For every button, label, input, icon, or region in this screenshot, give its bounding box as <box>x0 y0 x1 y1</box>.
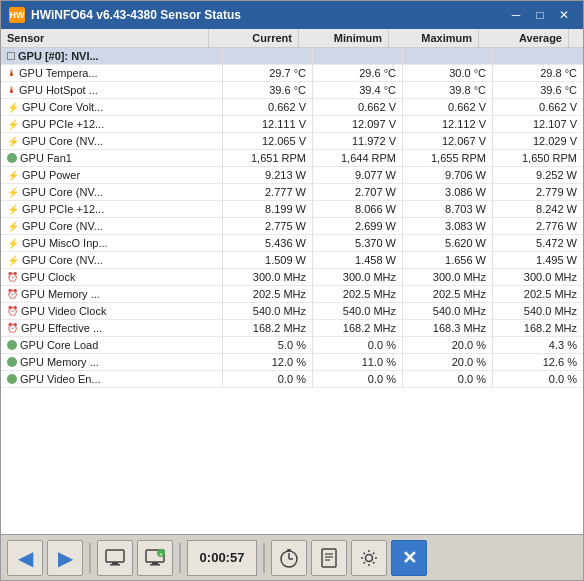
table-row[interactable]: GPU Video En...0.0 %0.0 %0.0 %0.0 % <box>1 371 583 388</box>
maximum-cell: 20.0 % <box>403 337 493 353</box>
sensor-table-container: Sensor Current Minimum Maximum Average G… <box>1 29 583 534</box>
maximum-cell: 300.0 MHz <box>403 269 493 285</box>
table-row[interactable]: ⚡GPU Core (NV...1.509 W1.458 W1.656 W1.4… <box>1 252 583 269</box>
average-cell: 12.107 V <box>493 116 583 132</box>
sensor-name-cell: 🌡GPU HotSpot ... <box>1 82 223 98</box>
sensor-name-text: GPU Core Load <box>20 339 98 351</box>
current-cell: 540.0 MHz <box>223 303 313 319</box>
sensor-name-cell: ⏰GPU Video Clock <box>1 303 223 319</box>
col-scrollbar-placeholder <box>569 29 583 47</box>
minimize-button[interactable]: ─ <box>505 6 527 24</box>
sensor-name-cell: ⚡GPU PCIe +12... <box>1 201 223 217</box>
table-row[interactable]: ⏰GPU Video Clock540.0 MHz540.0 MHz540.0 … <box>1 303 583 320</box>
sensor-name-text: GPU Clock <box>21 271 75 283</box>
maximum-cell: 39.8 °C <box>403 82 493 98</box>
maximum-cell: 168.3 MHz <box>403 320 493 336</box>
power-icon: ⚡ <box>7 102 19 113</box>
table-row[interactable]: ⚡GPU MiscO Inp...5.436 W5.370 W5.620 W5.… <box>1 235 583 252</box>
table-row[interactable]: GPU Fan11,651 RPM1,644 RPM1,655 RPM1,650… <box>1 150 583 167</box>
table-row[interactable]: ⚡GPU Core (NV...12.065 V11.972 V12.067 V… <box>1 133 583 150</box>
average-cell: 9.252 W <box>493 167 583 183</box>
sensor-name-cell: ⏰GPU Clock <box>1 269 223 285</box>
table-row[interactable]: GPU Memory ...12.0 %11.0 %20.0 %12.6 % <box>1 354 583 371</box>
current-cell: 29.7 °C <box>223 65 313 81</box>
table-row[interactable]: ⚡GPU Core (NV...2.777 W2.707 W3.086 W2.7… <box>1 184 583 201</box>
table-row[interactable]: ⚡GPU PCIe +12...8.199 W8.066 W8.703 W8.2… <box>1 201 583 218</box>
sensor-name-cell: ⏰GPU Effective ... <box>1 320 223 336</box>
maximum-cell: 3.083 W <box>403 218 493 234</box>
average-cell: 1.495 W <box>493 252 583 268</box>
svg-rect-11 <box>287 549 291 551</box>
power-icon: ⚡ <box>7 238 19 249</box>
table-row[interactable]: GPU Core Load5.0 %0.0 %20.0 %4.3 % <box>1 337 583 354</box>
current-cell: 8.199 W <box>223 201 313 217</box>
minimum-cell: 1,644 RPM <box>313 150 403 166</box>
app-icon: HW <box>9 7 25 23</box>
table-row[interactable]: 🌡GPU Tempera...29.7 °C29.6 °C30.0 °C29.8… <box>1 65 583 82</box>
table-row[interactable]: 🌡GPU HotSpot ...39.6 °C39.4 °C39.8 °C39.… <box>1 82 583 99</box>
minimum-cell: 11.972 V <box>313 133 403 149</box>
close-x-button[interactable]: ✕ <box>391 540 427 576</box>
monitor2-button[interactable]: + <box>137 540 173 576</box>
timer-icon <box>278 547 300 569</box>
clock-icon: ⏰ <box>7 272 18 282</box>
power-icon: ⚡ <box>7 204 19 215</box>
sensor-name-cell: ⚡GPU Core (NV... <box>1 133 223 149</box>
sensor-name-cell: GPU Video En... <box>1 371 223 387</box>
table-row[interactable]: GPU [#0]: NVI... <box>1 48 583 65</box>
clock-icon: ⏰ <box>7 306 18 316</box>
table-row[interactable]: ⚡GPU Core Volt...0.662 V0.662 V0.662 V0.… <box>1 99 583 116</box>
sensor-name-text: GPU Tempera... <box>19 67 98 79</box>
table-body[interactable]: GPU [#0]: NVI...🌡GPU Tempera...29.7 °C29… <box>1 48 583 534</box>
monitor-icon <box>104 547 126 569</box>
group-icon <box>7 52 15 60</box>
current-cell: 1,651 RPM <box>223 150 313 166</box>
time-display: 0:00:57 <box>187 540 257 576</box>
current-cell: 5.0 % <box>223 337 313 353</box>
svg-text:+: + <box>160 551 163 557</box>
minimum-cell: 0.662 V <box>313 99 403 115</box>
maximize-button[interactable]: □ <box>529 6 551 24</box>
sensor-name-cell: 🌡GPU Tempera... <box>1 65 223 81</box>
back-button[interactable]: ◀ <box>7 540 43 576</box>
maximum-cell: 540.0 MHz <box>403 303 493 319</box>
svg-rect-12 <box>322 549 336 567</box>
table-row[interactable]: ⏰GPU Effective ...168.2 MHz168.2 MHz168.… <box>1 320 583 337</box>
monitor2-icon: + <box>144 547 166 569</box>
sensor-name-cell: ⚡GPU MiscO Inp... <box>1 235 223 251</box>
toolbar-separator-3 <box>263 543 265 573</box>
sensor-name-cell: ⚡GPU PCIe +12... <box>1 116 223 132</box>
title-bar-controls: ─ □ ✕ <box>505 6 575 24</box>
table-row[interactable]: ⚡GPU Power9.213 W9.077 W9.706 W9.252 W <box>1 167 583 184</box>
forward-button[interactable]: ▶ <box>47 540 83 576</box>
table-row[interactable]: ⚡GPU Core (NV...2.775 W2.699 W3.083 W2.7… <box>1 218 583 235</box>
table-row[interactable]: ⏰GPU Clock300.0 MHz300.0 MHz300.0 MHz300… <box>1 269 583 286</box>
current-cell: 12.065 V <box>223 133 313 149</box>
minimum-cell: 39.4 °C <box>313 82 403 98</box>
table-row[interactable]: ⚡GPU PCIe +12...12.111 V12.097 V12.112 V… <box>1 116 583 133</box>
sensor-name-cell: ⚡GPU Core Volt... <box>1 99 223 115</box>
current-cell: 0.0 % <box>223 371 313 387</box>
table-row[interactable]: ⏰GPU Memory ...202.5 MHz202.5 MHz202.5 M… <box>1 286 583 303</box>
monitor-button[interactable] <box>97 540 133 576</box>
average-cell: 29.8 °C <box>493 65 583 81</box>
toolbar-separator-1 <box>89 543 91 573</box>
settings-button[interactable] <box>351 540 387 576</box>
sensor-name-text: GPU Memory ... <box>20 356 99 368</box>
col-minimum: Minimum <box>299 29 389 47</box>
sensor-name-text: GPU Core Volt... <box>22 101 103 113</box>
report-button[interactable] <box>311 540 347 576</box>
current-cell: 202.5 MHz <box>223 286 313 302</box>
sensor-name-text: GPU [#0]: NVI... <box>18 50 99 62</box>
average-cell: 300.0 MHz <box>493 269 583 285</box>
minimum-cell: 2.707 W <box>313 184 403 200</box>
timer-button[interactable] <box>271 540 307 576</box>
current-cell: 12.0 % <box>223 354 313 370</box>
clock-icon: ⏰ <box>7 323 18 333</box>
current-cell: 0.662 V <box>223 99 313 115</box>
sensor-name-cell: ⚡GPU Power <box>1 167 223 183</box>
current-cell: 2.775 W <box>223 218 313 234</box>
close-button[interactable]: ✕ <box>553 6 575 24</box>
sensor-name-text: GPU PCIe +12... <box>22 203 104 215</box>
average-cell: 202.5 MHz <box>493 286 583 302</box>
